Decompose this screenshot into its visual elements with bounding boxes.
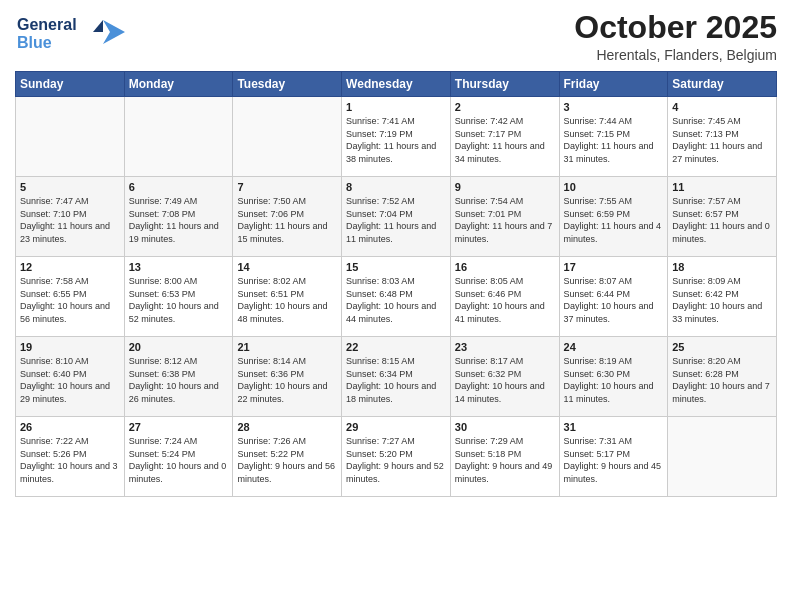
day-info: Sunrise: 8:20 AMSunset: 6:28 PMDaylight:… [672,355,772,405]
day-info: Sunrise: 7:29 AMSunset: 5:18 PMDaylight:… [455,435,555,485]
calendar-day: 19Sunrise: 8:10 AMSunset: 6:40 PMDayligh… [16,337,125,417]
calendar-day: 2Sunrise: 7:42 AMSunset: 7:17 PMDaylight… [450,97,559,177]
day-number: 4 [672,101,772,113]
svg-text:General: General [17,16,77,33]
day-info: Sunrise: 7:22 AMSunset: 5:26 PMDaylight:… [20,435,120,485]
calendar-day: 10Sunrise: 7:55 AMSunset: 6:59 PMDayligh… [559,177,668,257]
day-info: Sunrise: 8:10 AMSunset: 6:40 PMDaylight:… [20,355,120,405]
header-row: Sunday Monday Tuesday Wednesday Thursday… [16,72,777,97]
calendar-day [233,97,342,177]
calendar-day: 18Sunrise: 8:09 AMSunset: 6:42 PMDayligh… [668,257,777,337]
day-number: 29 [346,421,446,433]
calendar-day: 6Sunrise: 7:49 AMSunset: 7:08 PMDaylight… [124,177,233,257]
calendar-day: 4Sunrise: 7:45 AMSunset: 7:13 PMDaylight… [668,97,777,177]
calendar-day: 14Sunrise: 8:02 AMSunset: 6:51 PMDayligh… [233,257,342,337]
calendar-day: 24Sunrise: 8:19 AMSunset: 6:30 PMDayligh… [559,337,668,417]
day-number: 28 [237,421,337,433]
day-number: 14 [237,261,337,273]
day-number: 21 [237,341,337,353]
day-info: Sunrise: 8:03 AMSunset: 6:48 PMDaylight:… [346,275,446,325]
col-tuesday: Tuesday [233,72,342,97]
day-info: Sunrise: 7:27 AMSunset: 5:20 PMDaylight:… [346,435,446,485]
day-number: 20 [129,341,229,353]
day-info: Sunrise: 7:24 AMSunset: 5:24 PMDaylight:… [129,435,229,485]
calendar-day: 5Sunrise: 7:47 AMSunset: 7:10 PMDaylight… [16,177,125,257]
day-info: Sunrise: 7:58 AMSunset: 6:55 PMDaylight:… [20,275,120,325]
col-monday: Monday [124,72,233,97]
day-info: Sunrise: 7:49 AMSunset: 7:08 PMDaylight:… [129,195,229,245]
day-number: 18 [672,261,772,273]
day-number: 2 [455,101,555,113]
calendar-day: 12Sunrise: 7:58 AMSunset: 6:55 PMDayligh… [16,257,125,337]
calendar-day: 8Sunrise: 7:52 AMSunset: 7:04 PMDaylight… [342,177,451,257]
day-info: Sunrise: 7:41 AMSunset: 7:19 PMDaylight:… [346,115,446,165]
calendar-day: 11Sunrise: 7:57 AMSunset: 6:57 PMDayligh… [668,177,777,257]
day-number: 23 [455,341,555,353]
day-info: Sunrise: 8:05 AMSunset: 6:46 PMDaylight:… [455,275,555,325]
day-number: 8 [346,181,446,193]
location: Herentals, Flanders, Belgium [574,47,777,63]
calendar-day: 25Sunrise: 8:20 AMSunset: 6:28 PMDayligh… [668,337,777,417]
calendar-day: 28Sunrise: 7:26 AMSunset: 5:22 PMDayligh… [233,417,342,497]
day-number: 15 [346,261,446,273]
day-info: Sunrise: 7:52 AMSunset: 7:04 PMDaylight:… [346,195,446,245]
day-info: Sunrise: 8:14 AMSunset: 6:36 PMDaylight:… [237,355,337,405]
calendar-day: 16Sunrise: 8:05 AMSunset: 6:46 PMDayligh… [450,257,559,337]
day-info: Sunrise: 8:09 AMSunset: 6:42 PMDaylight:… [672,275,772,325]
day-number: 16 [455,261,555,273]
day-info: Sunrise: 7:47 AMSunset: 7:10 PMDaylight:… [20,195,120,245]
day-info: Sunrise: 7:50 AMSunset: 7:06 PMDaylight:… [237,195,337,245]
day-info: Sunrise: 7:44 AMSunset: 7:15 PMDaylight:… [564,115,664,165]
day-number: 24 [564,341,664,353]
day-info: Sunrise: 7:45 AMSunset: 7:13 PMDaylight:… [672,115,772,165]
calendar-day: 3Sunrise: 7:44 AMSunset: 7:15 PMDaylight… [559,97,668,177]
day-number: 1 [346,101,446,113]
day-number: 19 [20,341,120,353]
day-number: 22 [346,341,446,353]
day-number: 12 [20,261,120,273]
col-wednesday: Wednesday [342,72,451,97]
day-number: 11 [672,181,772,193]
day-number: 30 [455,421,555,433]
day-info: Sunrise: 7:31 AMSunset: 5:17 PMDaylight:… [564,435,664,485]
day-info: Sunrise: 7:26 AMSunset: 5:22 PMDaylight:… [237,435,337,485]
calendar-day: 21Sunrise: 8:14 AMSunset: 6:36 PMDayligh… [233,337,342,417]
day-number: 13 [129,261,229,273]
calendar-week-1: 5Sunrise: 7:47 AMSunset: 7:10 PMDaylight… [16,177,777,257]
calendar-table: Sunday Monday Tuesday Wednesday Thursday… [15,71,777,497]
day-number: 6 [129,181,229,193]
day-number: 26 [20,421,120,433]
day-info: Sunrise: 8:15 AMSunset: 6:34 PMDaylight:… [346,355,446,405]
calendar-day: 27Sunrise: 7:24 AMSunset: 5:24 PMDayligh… [124,417,233,497]
calendar-day: 7Sunrise: 7:50 AMSunset: 7:06 PMDaylight… [233,177,342,257]
day-number: 25 [672,341,772,353]
calendar-day: 29Sunrise: 7:27 AMSunset: 5:20 PMDayligh… [342,417,451,497]
svg-marker-3 [93,20,103,32]
calendar-day: 26Sunrise: 7:22 AMSunset: 5:26 PMDayligh… [16,417,125,497]
title-block: October 2025 Herentals, Flanders, Belgiu… [574,10,777,63]
day-number: 9 [455,181,555,193]
day-info: Sunrise: 8:00 AMSunset: 6:53 PMDaylight:… [129,275,229,325]
calendar-day: 9Sunrise: 7:54 AMSunset: 7:01 PMDaylight… [450,177,559,257]
calendar-day: 15Sunrise: 8:03 AMSunset: 6:48 PMDayligh… [342,257,451,337]
calendar-week-2: 12Sunrise: 7:58 AMSunset: 6:55 PMDayligh… [16,257,777,337]
day-info: Sunrise: 8:02 AMSunset: 6:51 PMDaylight:… [237,275,337,325]
col-saturday: Saturday [668,72,777,97]
calendar-day: 23Sunrise: 8:17 AMSunset: 6:32 PMDayligh… [450,337,559,417]
calendar-week-0: 1Sunrise: 7:41 AMSunset: 7:19 PMDaylight… [16,97,777,177]
day-number: 3 [564,101,664,113]
day-number: 27 [129,421,229,433]
svg-marker-2 [103,20,125,44]
day-info: Sunrise: 8:19 AMSunset: 6:30 PMDaylight:… [564,355,664,405]
calendar-day: 30Sunrise: 7:29 AMSunset: 5:18 PMDayligh… [450,417,559,497]
calendar-week-3: 19Sunrise: 8:10 AMSunset: 6:40 PMDayligh… [16,337,777,417]
day-info: Sunrise: 7:54 AMSunset: 7:01 PMDaylight:… [455,195,555,245]
col-sunday: Sunday [16,72,125,97]
col-friday: Friday [559,72,668,97]
day-info: Sunrise: 7:57 AMSunset: 6:57 PMDaylight:… [672,195,772,245]
calendar-day: 13Sunrise: 8:00 AMSunset: 6:53 PMDayligh… [124,257,233,337]
day-number: 17 [564,261,664,273]
day-number: 7 [237,181,337,193]
calendar-day: 17Sunrise: 8:07 AMSunset: 6:44 PMDayligh… [559,257,668,337]
day-info: Sunrise: 8:12 AMSunset: 6:38 PMDaylight:… [129,355,229,405]
